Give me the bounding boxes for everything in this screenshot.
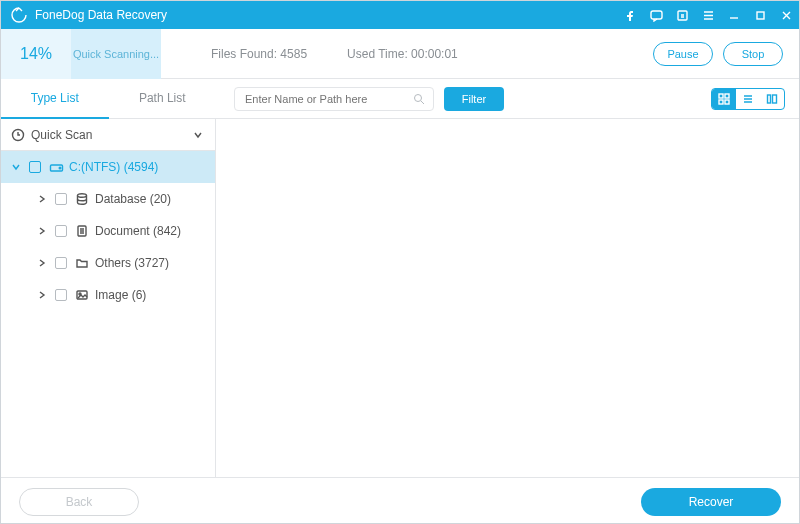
register-icon[interactable] bbox=[669, 1, 695, 29]
sidebar-tabs: Type List Path List bbox=[1, 79, 216, 119]
main-area: Quick Scan C:(NTFS) (4594) Database (20)… bbox=[1, 119, 799, 477]
svg-rect-5 bbox=[725, 94, 729, 98]
menu-icon[interactable] bbox=[695, 1, 721, 29]
database-icon bbox=[73, 192, 91, 206]
back-button[interactable]: Back bbox=[19, 488, 139, 516]
titlebar: FoneDog Data Recovery bbox=[1, 1, 799, 29]
svg-rect-6 bbox=[719, 100, 723, 104]
tree-item-label: Others (3727) bbox=[95, 256, 169, 270]
svg-rect-0 bbox=[651, 11, 662, 19]
app-logo-icon bbox=[7, 1, 31, 29]
view-list-button[interactable] bbox=[736, 89, 760, 109]
toolbar: Type List Path List Filter bbox=[1, 79, 799, 119]
chevron-right-icon bbox=[35, 194, 49, 204]
svg-point-12 bbox=[59, 167, 61, 169]
tree-item-label: Image (6) bbox=[95, 288, 146, 302]
chevron-down-icon bbox=[191, 130, 205, 140]
checkbox[interactable] bbox=[55, 225, 67, 237]
svg-rect-2 bbox=[757, 12, 764, 19]
tree-drive-label: C:(NTFS) (4594) bbox=[69, 160, 158, 174]
search-icon bbox=[413, 93, 425, 105]
scan-status-label: Quick Scanning... bbox=[71, 29, 161, 79]
chevron-down-icon bbox=[9, 162, 23, 172]
tree-root-label: Quick Scan bbox=[31, 128, 191, 142]
checkbox[interactable] bbox=[29, 161, 41, 173]
view-detail-button[interactable] bbox=[760, 89, 784, 109]
svg-point-3 bbox=[415, 94, 422, 101]
tree-root-quick-scan[interactable]: Quick Scan bbox=[1, 119, 215, 151]
tree-item[interactable]: Others (3727) bbox=[1, 247, 215, 279]
svg-rect-4 bbox=[719, 94, 723, 98]
maximize-icon[interactable] bbox=[747, 1, 773, 29]
progress-percent: 14% bbox=[1, 29, 71, 79]
content-area bbox=[216, 119, 799, 477]
pause-button[interactable]: Pause bbox=[653, 42, 713, 66]
facebook-icon[interactable] bbox=[617, 1, 643, 29]
filter-button[interactable]: Filter bbox=[444, 87, 504, 111]
tree-item-label: Database (20) bbox=[95, 192, 171, 206]
checkbox[interactable] bbox=[55, 257, 67, 269]
svg-rect-7 bbox=[725, 100, 729, 104]
tree-item[interactable]: Image (6) bbox=[1, 279, 215, 311]
view-mode-group bbox=[711, 88, 785, 110]
svg-rect-8 bbox=[768, 95, 771, 103]
view-grid-button[interactable] bbox=[712, 89, 736, 109]
document-icon bbox=[73, 224, 91, 238]
checkbox[interactable] bbox=[55, 193, 67, 205]
search-input[interactable] bbox=[243, 92, 413, 106]
tab-type-list[interactable]: Type List bbox=[1, 79, 109, 119]
sidebar-tree: Quick Scan C:(NTFS) (4594) Database (20)… bbox=[1, 119, 216, 477]
drive-icon bbox=[47, 160, 65, 175]
tree-item-label: Document (842) bbox=[95, 224, 181, 238]
status-bar: 14% Quick Scanning... Files Found: 4585 … bbox=[1, 29, 799, 79]
folder-icon bbox=[73, 256, 91, 270]
image-icon bbox=[73, 288, 91, 302]
app-title: FoneDog Data Recovery bbox=[35, 8, 167, 22]
checkbox[interactable] bbox=[55, 289, 67, 301]
chevron-right-icon bbox=[35, 226, 49, 236]
used-time-label: Used Time: 00:00:01 bbox=[347, 47, 458, 61]
svg-point-13 bbox=[78, 194, 87, 198]
files-found-label: Files Found: 4585 bbox=[211, 47, 307, 61]
clock-icon bbox=[9, 128, 27, 142]
tree-item[interactable]: Database (20) bbox=[1, 183, 215, 215]
footer: Back Recover bbox=[1, 477, 799, 524]
feedback-icon[interactable] bbox=[643, 1, 669, 29]
close-icon[interactable] bbox=[773, 1, 799, 29]
stop-button[interactable]: Stop bbox=[723, 42, 783, 66]
minimize-icon[interactable] bbox=[721, 1, 747, 29]
search-box[interactable] bbox=[234, 87, 434, 111]
chevron-right-icon bbox=[35, 258, 49, 268]
recover-button[interactable]: Recover bbox=[641, 488, 781, 516]
chevron-right-icon bbox=[35, 290, 49, 300]
tree-drive-row[interactable]: C:(NTFS) (4594) bbox=[1, 151, 215, 183]
svg-rect-9 bbox=[773, 95, 777, 103]
tab-path-list[interactable]: Path List bbox=[109, 79, 217, 119]
tree-item[interactable]: Document (842) bbox=[1, 215, 215, 247]
